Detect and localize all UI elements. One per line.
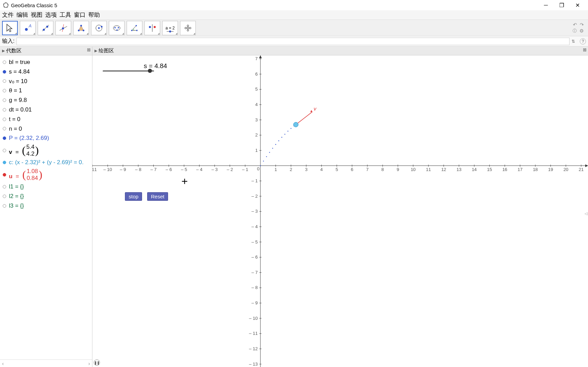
graphics-view[interactable]: – 11– 10– 9– 8– 7– 6– 5– 4– 3– 2– 101234… — [92, 55, 588, 367]
visibility-bullet-icon[interactable] — [3, 99, 6, 102]
visibility-bullet-icon[interactable] — [3, 149, 6, 152]
algebra-item[interactable]: bl = true — [1, 57, 91, 67]
svg-text:3: 3 — [305, 167, 307, 172]
visibility-bullet-icon[interactable] — [3, 161, 6, 164]
redo-button[interactable]: ↷ — [580, 22, 584, 27]
visibility-bullet-icon[interactable] — [3, 127, 6, 130]
slider-label: s = 4.84 — [144, 62, 167, 70]
algebra-item[interactable]: v = (5.44.2) — [1, 143, 91, 158]
algebra-item[interactable]: v₀ = 10 — [1, 77, 91, 86]
svg-text:19: 19 — [548, 167, 553, 172]
svg-point-145 — [278, 140, 279, 141]
algebra-item[interactable]: dt = 0.01 — [1, 105, 91, 115]
visibility-bullet-icon[interactable] — [3, 61, 6, 64]
svg-text:– 10: – 10 — [249, 316, 258, 321]
svg-point-21 — [114, 27, 116, 28]
tool-move[interactable] — [2, 21, 18, 35]
algebra-item[interactable]: g = 9.8 — [1, 95, 91, 105]
svg-point-144 — [275, 144, 276, 145]
visibility-bullet-icon[interactable] — [3, 185, 6, 188]
svg-text:7: 7 — [366, 167, 369, 172]
svg-point-139 — [260, 165, 261, 166]
menu-help[interactable]: 帮助 — [88, 11, 100, 19]
visibility-bullet-icon[interactable] — [3, 118, 6, 121]
panel-close-icon[interactable]: ⊠ — [583, 47, 587, 52]
scroll-left-icon[interactable]: ‹ — [2, 361, 4, 366]
svg-point-26 — [136, 25, 137, 26]
menu-tools[interactable]: 工具 — [60, 11, 71, 19]
minimize-button[interactable]: ─ — [538, 0, 554, 10]
svg-text:A: A — [28, 24, 31, 28]
titlebar: GeoGebra Classic 5 ─ ❐ ✕ — [0, 0, 588, 10]
algebra-item[interactable]: c: (x - 2.32)² + (y - 2.69)² = 0. — [1, 158, 91, 167]
panel-close-icon[interactable]: ⊠ — [87, 47, 91, 52]
algebra-panel-header[interactable]: ▶ 代数区 ⊠ — [0, 47, 92, 55]
svg-line-152 — [296, 112, 312, 124]
visibility-bullet-icon[interactable] — [3, 70, 6, 74]
svg-point-142 — [269, 152, 270, 153]
tool-line[interactable] — [38, 21, 53, 35]
algebra-item[interactable]: θ = 1 — [1, 86, 91, 95]
svg-point-29 — [154, 26, 156, 28]
tool-polygon[interactable] — [73, 21, 89, 35]
svg-text:1: 1 — [274, 167, 277, 172]
svg-point-16 — [80, 25, 82, 26]
visibility-bullet-icon[interactable] — [3, 204, 6, 208]
svg-point-3 — [7, 7, 8, 8]
algebra-item[interactable]: l3 = {} — [1, 201, 91, 211]
input-bar: 输入: ⇅ ? — [0, 36, 588, 47]
command-input[interactable] — [16, 38, 570, 45]
tool-circle[interactable] — [91, 21, 107, 35]
menu-file[interactable]: 文件 — [2, 11, 14, 19]
svg-text:9: 9 — [397, 167, 399, 172]
algebra-item[interactable]: n = 0 — [1, 124, 91, 134]
menu-window[interactable]: 窗口 — [74, 11, 86, 19]
menu-options[interactable]: 选项 — [45, 11, 57, 19]
tool-angle[interactable] — [127, 21, 142, 35]
graphics-panel-header[interactable]: ▶ 绘图区 ⊠ — [92, 47, 588, 55]
algebra-item[interactable]: t = 0 — [1, 115, 91, 124]
tool-ellipse[interactable] — [109, 21, 125, 35]
help-icon[interactable]: ⓘ — [573, 28, 577, 34]
reset-button[interactable]: Reset — [147, 192, 168, 201]
maximize-button[interactable]: ❐ — [554, 0, 570, 10]
svg-point-4 — [4, 6, 5, 8]
visibility-bullet-icon[interactable] — [3, 108, 6, 112]
menu-view[interactable]: 视图 — [31, 11, 42, 19]
undo-button[interactable]: ↶ — [573, 22, 577, 27]
tool-perpendicular[interactable] — [55, 21, 71, 35]
algebra-item-text: s = 4.84 — [9, 68, 30, 76]
menu-edit[interactable]: 编辑 — [16, 11, 28, 19]
visibility-bullet-icon[interactable] — [3, 173, 6, 176]
visibility-bullet-icon[interactable] — [3, 79, 6, 83]
tool-reflect[interactable] — [144, 21, 160, 35]
expand-right-icon[interactable]: ◁ — [585, 211, 587, 216]
svg-point-13 — [62, 27, 64, 29]
stop-button[interactable]: stop — [125, 192, 142, 201]
close-button[interactable]: ✕ — [570, 0, 585, 10]
visibility-bullet-icon[interactable] — [3, 89, 6, 92]
algebra-item[interactable]: l2 = {} — [1, 192, 91, 201]
svg-point-147 — [284, 134, 285, 135]
settings-icon[interactable]: ⚙ — [579, 28, 584, 34]
svg-text:– 9: – 9 — [120, 167, 126, 172]
algebra-scrollbar[interactable]: ‹ › — [0, 359, 92, 367]
scroll-right-icon[interactable]: › — [88, 361, 90, 366]
algebra-item[interactable]: u = (1.080.84) — [1, 167, 91, 182]
tool-slider[interactable]: a = 2 — [162, 21, 178, 35]
input-help-icon[interactable]: ? — [580, 38, 586, 44]
svg-point-10 — [46, 26, 48, 28]
svg-point-31 — [169, 30, 171, 32]
tool-move-view[interactable] — [180, 21, 196, 35]
algebra-item[interactable]: P = (2.32, 2.69) — [1, 133, 91, 143]
pause-button[interactable]: ❚❚ — [94, 359, 100, 366]
svg-text:17: 17 — [517, 167, 522, 172]
input-dropdown-icon[interactable]: ⇅ — [572, 39, 575, 44]
slider-s[interactable]: s = 4.84 — [103, 62, 167, 71]
visibility-bullet-icon[interactable] — [3, 195, 6, 198]
algebra-item[interactable]: s = 4.84 — [1, 67, 91, 77]
visibility-bullet-icon[interactable] — [3, 136, 6, 140]
algebra-item[interactable]: l1 = {} — [1, 182, 91, 192]
chevron-right-icon: ▶ — [2, 49, 5, 53]
tool-point[interactable]: A — [20, 21, 36, 35]
